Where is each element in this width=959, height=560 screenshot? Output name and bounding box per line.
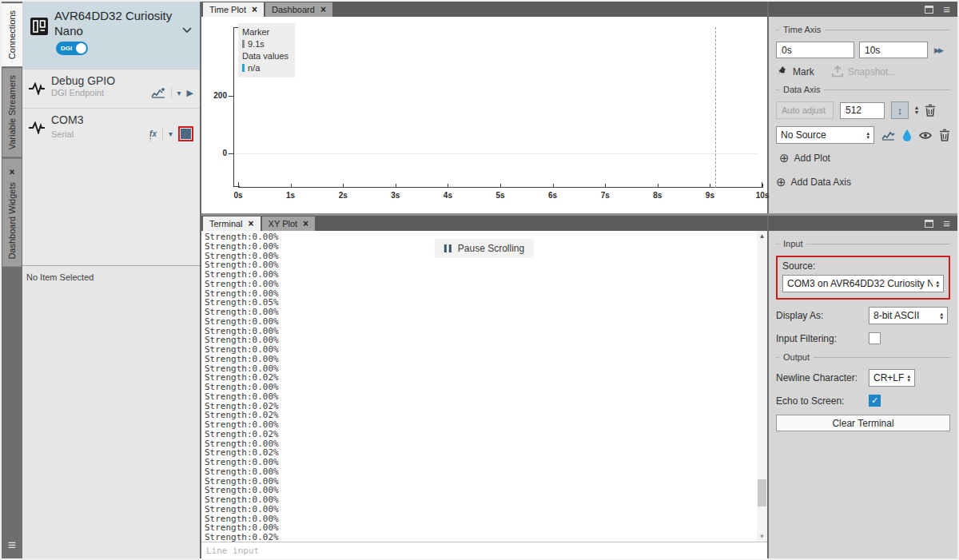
zero-gridline [234, 153, 758, 154]
tab-xy-plot[interactable]: XY Plot × [262, 216, 316, 231]
tab-label: Dashboard [272, 5, 315, 14]
x-axis: 0s1s2s3s4s5s6s7s8s9s10s [238, 187, 762, 188]
panel-menu-icon[interactable]: ≡ [943, 6, 950, 14]
y-tick-label: 200 [208, 91, 227, 100]
snapshot-button[interactable]: Snapshot... [832, 66, 897, 77]
stream-title: COM3 [51, 113, 193, 126]
input-filtering-checkbox[interactable] [869, 332, 881, 344]
tab-time-plot[interactable]: Time Plot × [203, 2, 264, 17]
x-tick-label: 7s [601, 191, 610, 200]
plot-tabbar: Time Plot × Dashboard × [201, 2, 767, 17]
auto-adjust-button[interactable]: Auto adjust [776, 101, 834, 119]
time-axis-end-input[interactable] [859, 42, 928, 58]
panel-menu-icon[interactable]: ≡ [943, 220, 950, 228]
restore-window-icon[interactable] [925, 220, 933, 228]
pause-scrolling-button[interactable]: Pause Scrolling [435, 239, 534, 258]
axis-range-input[interactable] [840, 102, 885, 119]
terminal-scrollbar[interactable]: ▲ ▼ [757, 231, 767, 542]
time-plot-chart[interactable]: 200 0 Marker 9.1s Data values n/a 0s1s2s… [201, 17, 767, 213]
plus-circle-icon: ⊕ [776, 175, 786, 189]
stream-row-com3[interactable]: COM3 Serial fx↑ ▾ [22, 108, 200, 147]
x-tick-label: 4s [444, 191, 452, 200]
stream-subtitle: DGI Endpoint [51, 88, 151, 97]
time-axis-start-input[interactable] [776, 42, 854, 58]
stream-dropdown-icon[interactable]: ▾ [177, 89, 181, 97]
x-tick-mark [605, 184, 606, 188]
line-input[interactable] [201, 543, 767, 559]
tab-terminal[interactable]: Terminal × [203, 216, 261, 231]
sidebar-tab-variable-streamers[interactable]: Variable Streamers [2, 68, 22, 157]
stop-icon[interactable] [181, 129, 191, 139]
sidebar-tab-connections[interactable]: Connections [2, 3, 22, 66]
add-plot-button[interactable]: ⊕ Add Plot [779, 151, 830, 165]
select-arrows-icon: ▴▾ [907, 374, 910, 382]
newline-character-label: Newline Character: [776, 372, 869, 383]
select-arrows-icon: ▴▾ [866, 131, 869, 139]
highlight-red-box [178, 126, 193, 141]
legend-marker-value: 9.1s [248, 39, 265, 49]
delete-plot-icon[interactable] [939, 129, 950, 141]
clear-terminal-button[interactable]: Clear Terminal [776, 415, 950, 431]
plus-circle-icon: ⊕ [779, 151, 790, 165]
scroll-up-icon[interactable]: ▲ [759, 232, 766, 240]
x-tick-label: 1s [286, 191, 295, 200]
x-tick-mark [238, 184, 239, 188]
close-icon[interactable]: × [320, 4, 326, 15]
device-header[interactable]: AVR64DD32 Curiosity Nano DGI [22, 2, 200, 69]
scrollbar-thumb[interactable] [758, 479, 766, 506]
restore-window-icon[interactable] [925, 6, 933, 14]
mark-label: Mark [793, 66, 814, 77]
delete-axis-icon[interactable] [925, 104, 936, 117]
echo-checkbox[interactable]: ✓ [869, 395, 881, 407]
plot-style-icon[interactable] [881, 130, 895, 141]
upload-icon [832, 66, 843, 77]
device-name: AVR64DD32 Curiosity Nano [54, 8, 174, 38]
app-window: Connections Variable Streamers Dashboard… [0, 0, 959, 560]
close-icon[interactable]: × [252, 4, 257, 15]
close-icon[interactable]: × [249, 218, 254, 229]
legend-marker-title: Marker [242, 26, 288, 38]
dgi-toggle[interactable]: DGI [56, 42, 88, 55]
panel-titlebar: ≡ [769, 216, 957, 231]
selected-source: COM3 on AVR64DD32 Curiosity Nano [787, 278, 933, 289]
close-icon[interactable]: × [303, 218, 308, 229]
x-tick-mark [553, 184, 554, 188]
mark-button[interactable]: Mark [776, 66, 814, 77]
sidebar-menu-icon[interactable]: ≡ [2, 538, 22, 554]
add-to-time-plot-icon[interactable] [151, 87, 165, 98]
y-tick-mark [229, 96, 233, 97]
close-icon[interactable]: × [6, 166, 18, 177]
terminal-panel: Terminal × XY Plot × Strength:0.00% Stre… [201, 216, 767, 558]
sidebar-tab-dashboard-widgets[interactable]: Dashboard Widgets × [2, 159, 22, 267]
range-spinner[interactable]: ▴▾ [915, 105, 918, 115]
pin-icon [776, 66, 788, 77]
newline-select[interactable]: CR+LF ▴▾ [869, 369, 915, 387]
x-tick-label: 5s [495, 191, 504, 200]
input-group-label: Input [776, 239, 950, 248]
color-droplet-icon[interactable] [902, 129, 912, 141]
play-icon[interactable]: ▶ [187, 88, 193, 98]
stream-row-debug-gpio[interactable]: Debug GPIO DGI Endpoint ▾ ▶ [22, 69, 200, 108]
x-tick-mark [396, 184, 396, 188]
scroll-down-icon[interactable]: ▼ [759, 533, 766, 540]
add-data-axis-button[interactable]: ⊕ Add Data Axis [776, 175, 851, 189]
fast-forward-icon[interactable]: ▶▶ [934, 46, 942, 54]
visibility-eye-icon[interactable] [919, 131, 932, 140]
y-axis [233, 27, 234, 187]
source-select[interactable]: COM3 on AVR64DD32 Curiosity Nano ▴▾ [782, 275, 944, 292]
vertical-scale-toggle[interactable]: ↕ [891, 101, 909, 119]
plot-legend: Marker 9.1s Data values n/a [238, 23, 295, 77]
legend-data-value: n/a [248, 63, 260, 73]
selected-display: 8-bit ASCII [873, 310, 937, 321]
x-tick-mark [658, 184, 659, 188]
chevron-down-icon[interactable] [182, 27, 192, 34]
terminal-output[interactable]: Strength:0.00% Strength:0.00% Strength:0… [201, 231, 757, 542]
stream-dropdown-icon[interactable]: ▾ [169, 129, 173, 138]
display-as-select[interactable]: 8-bit ASCII ▴▾ [869, 307, 948, 324]
variable-streamer-fx-icon[interactable]: fx↑ [149, 130, 157, 138]
echo-to-screen-label: Echo to Screen: [776, 395, 869, 407]
dgi-toggle-label: DGI [56, 45, 76, 52]
plot-source-select[interactable]: No Source ▴▾ [776, 126, 874, 144]
time-marker-line[interactable] [715, 27, 716, 188]
tab-dashboard[interactable]: Dashboard × [265, 2, 332, 17]
